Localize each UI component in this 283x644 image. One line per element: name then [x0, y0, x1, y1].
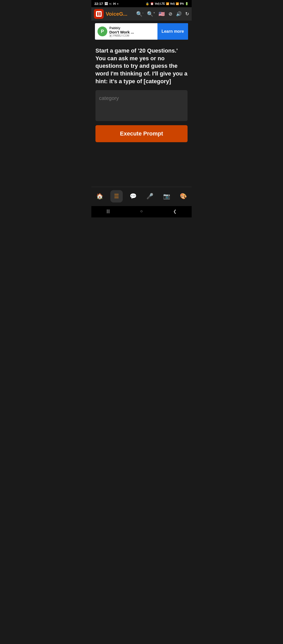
pause-bar-left: [97, 12, 99, 16]
prompt-text: Start a game of '20 Questions.' You can …: [95, 47, 188, 85]
status-alarm-icon: ⏰: [150, 2, 154, 5]
app-icon-pause: [97, 12, 101, 16]
status-lock-icon: 🔒: [146, 2, 149, 5]
nav-mic[interactable]: 🎤: [144, 190, 156, 202]
nav-camera[interactable]: 📷: [161, 190, 173, 202]
nav-chat[interactable]: 💬: [127, 190, 139, 202]
toolbar-icons: 🔍- 🔍+ 🇺🇸 ⊘ 🔊 ↻: [136, 11, 189, 17]
status-lte1: Vol) LTE: [155, 2, 165, 5]
execute-prompt-button[interactable]: Execute Prompt: [95, 125, 188, 142]
ad-badge: ▶: [109, 34, 112, 37]
sys-home-button[interactable]: ○: [140, 209, 143, 214]
status-right: 🔒 ⏰ Vol) LTE 📶 Vol) 📶 9% 🔋: [146, 2, 189, 5]
ad-domain: PABBLY.COM: [113, 34, 129, 37]
status-signal2: 📶: [176, 2, 179, 5]
input-container[interactable]: [95, 90, 188, 121]
home-icon: 🏠: [96, 193, 103, 200]
status-battery: 9%: [180, 2, 184, 5]
status-dot1: •:: [109, 2, 112, 6]
nav-palette[interactable]: 🎨: [177, 190, 190, 202]
ad-left: P Pabbly Don't Work ... ▶ PABBLY.COM: [95, 26, 157, 37]
ad-headline: Don't Work ...: [109, 30, 134, 34]
execute-btn-label: Execute Prompt: [120, 130, 163, 137]
nav-menu[interactable]: ☰: [110, 190, 123, 202]
app-icon-inner: [96, 11, 102, 17]
status-lte2: Vol): [170, 2, 175, 5]
mic-icon: 🎤: [146, 193, 153, 200]
volume-icon[interactable]: 🔊: [176, 11, 182, 17]
status-signal1: 📶: [166, 2, 169, 5]
flag-icon[interactable]: 🇺🇸: [158, 11, 165, 17]
sys-back-button[interactable]: ❮: [173, 209, 176, 214]
main-content: Start a game of '20 Questions.' You can …: [91, 42, 192, 187]
ad-text-block: Pabbly Don't Work ... ▶ PABBLY.COM: [109, 26, 134, 37]
sys-nav-bar: ||| ○ ❮: [91, 206, 192, 217]
ad-logo-letter: P: [101, 29, 104, 34]
zoom-in-icon[interactable]: 🔍+: [147, 11, 155, 17]
sys-recent-button[interactable]: |||: [107, 209, 110, 214]
ad-cta-button[interactable]: Learn more: [157, 23, 188, 40]
nav-home[interactable]: 🏠: [94, 190, 106, 202]
ad-brand-name: Pabbly: [109, 26, 120, 30]
status-bar: 22:17 🖼 •: H • 🔒 ⏰ Vol) LTE 📶 Vol) 📶 9% …: [91, 0, 192, 7]
app-title: VoiceG...: [106, 11, 134, 17]
status-time: 22:17: [94, 2, 103, 6]
status-battery-icon: 🔋: [185, 2, 189, 5]
speedometer-icon[interactable]: ⊘: [169, 11, 172, 17]
refresh-icon[interactable]: ↻: [185, 11, 189, 17]
app-icon[interactable]: [94, 9, 104, 19]
category-input[interactable]: [99, 95, 184, 101]
ad-banner[interactable]: P Pabbly Don't Work ... ▶ PABBLY.COM Lea…: [95, 23, 188, 40]
status-h-icon: H: [113, 2, 116, 6]
palette-icon: 🎨: [180, 193, 187, 200]
camera-icon: 📷: [163, 193, 170, 200]
pause-bar-right: [99, 12, 101, 16]
status-photo-icon: 🖼: [104, 2, 108, 6]
bottom-nav: 🏠 ☰ 💬 🎤 📷 🎨: [91, 187, 192, 206]
zoom-out-icon[interactable]: 🔍-: [136, 11, 143, 17]
status-dot2: •: [117, 2, 119, 6]
browser-toolbar: VoiceG... 🔍- 🔍+ 🇺🇸 ⊘ 🔊 ↻: [91, 7, 192, 21]
menu-icon: ☰: [114, 193, 119, 200]
chat-icon: 💬: [130, 193, 137, 200]
ad-cta-label: Learn more: [162, 29, 184, 34]
status-left: 22:17 🖼 •: H •: [94, 2, 118, 6]
ad-logo: P: [98, 27, 107, 36]
